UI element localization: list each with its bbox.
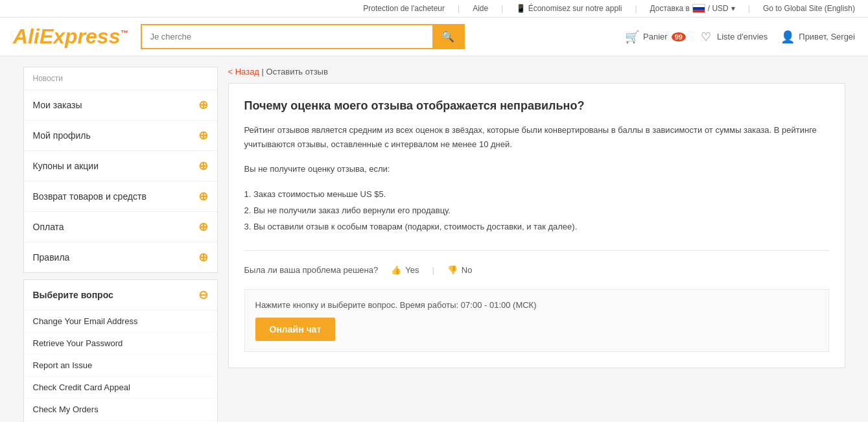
aide-link[interactable]: Aide (473, 4, 488, 13)
list-item: 3. Вы оставили отзыв к особым товарам (п… (244, 219, 829, 235)
breadcrumb-current: Оставить отзыв (266, 67, 328, 76)
expand-icon: ⊕ (198, 98, 208, 112)
feedback-question: Была ли ваша проблема решена? (244, 265, 379, 275)
chat-button[interactable]: Онлайн чат (255, 318, 336, 341)
header-actions: 🛒 Panier 99 ♡ Liste d'envies 👤 Привет, S… (625, 30, 855, 44)
sidebar-question-header[interactable]: Выберите вопрос ⊖ (24, 280, 217, 311)
list-item: 2. Вы не получили заказ либо вернули его… (244, 203, 829, 219)
expand-icon: ⊕ (198, 220, 208, 234)
sidebar-item-my-profile[interactable]: Мой профиль ⊕ (24, 121, 217, 151)
sidebar-item-label: Мои заказы (33, 100, 82, 110)
content-paragraph2: Вы не получите оценку отзыва, если: (244, 162, 829, 176)
sidebar-item-label: Оплата (33, 222, 64, 232)
expand-icon: ⊕ (198, 189, 208, 204)
sidebar-link-email[interactable]: Change Your Email Address (24, 311, 217, 333)
sidebar-item-payment[interactable]: Оплата ⊕ (24, 212, 217, 242)
wishlist-label: Liste d'envies (717, 32, 768, 41)
cart-count: 99 (672, 32, 686, 41)
chat-info: Нажмите кнопку и выберите вопрос. Время … (255, 300, 818, 310)
sidebar: Новости Мои заказы ⊕ Мой профиль ⊕ Купон… (23, 67, 218, 422)
yes-button[interactable]: 👍 Yes (388, 264, 421, 276)
breadcrumb-separator: | (262, 67, 264, 76)
chat-section: Нажмите кнопку и выберите вопрос. Время … (244, 289, 829, 352)
expand-icon: ⊕ (198, 128, 208, 143)
sidebar-item-label: Правила (33, 252, 70, 263)
feedback-btn-divider: | (432, 265, 434, 275)
thumbs-down-icon: 👎 (447, 265, 458, 275)
search-box: 🔍 (141, 24, 465, 49)
sidebar-item-my-orders[interactable]: Мои заказы ⊕ (24, 90, 217, 121)
collapse-icon: ⊖ (198, 288, 208, 302)
breadcrumb: < Назад | Оставить отзыв (228, 67, 845, 76)
sidebar-item-label: Мой профиль (33, 130, 91, 141)
buyer-protection-link[interactable]: Protection de l'acheteur (363, 4, 445, 13)
content-card: Почему оценка моего отзыва отображается … (228, 83, 845, 368)
cart-label: Panier (643, 32, 668, 41)
thumbs-up-icon: 👍 (391, 265, 401, 275)
feedback-row: Была ли ваша проблема решена? 👍 Yes | 👎 … (244, 264, 829, 276)
cart-icon: 🛒 (625, 30, 639, 44)
russia-flag (692, 4, 705, 13)
divider (244, 250, 829, 251)
global-site-link[interactable]: Go to Global Site (English) (763, 4, 855, 13)
expand-icon: ⊕ (198, 250, 208, 264)
content-area: < Назад | Оставить отзыв Почему оценка м… (228, 67, 845, 422)
back-link[interactable]: < Назад (228, 67, 259, 76)
sidebar-question-label: Выберите вопрос (33, 290, 113, 300)
search-input[interactable] (142, 25, 432, 48)
app-link[interactable]: 📱 Économisez sur notre appli (516, 4, 622, 13)
top-bar: Protection de l'acheteur | Aide | 📱 Écon… (0, 0, 868, 18)
sidebar-item-label: Возврат товаров и средств (33, 191, 147, 202)
content-paragraph1: Рейтинг отзывов является средним из всех… (244, 123, 829, 152)
no-label: No (462, 265, 473, 275)
user-action[interactable]: 👤 Привет, Sergei (780, 30, 855, 44)
search-button[interactable]: 🔍 (432, 25, 463, 48)
phone-icon: 📱 (516, 4, 526, 13)
sidebar-news-label: Новости (24, 67, 217, 90)
sidebar-question-section: Выберите вопрос ⊖ Change Your Email Addr… (23, 279, 218, 422)
sidebar-item-rules[interactable]: Правила ⊕ (24, 242, 217, 272)
user-greeting: Привет, Sergei (799, 32, 855, 41)
sidebar-nav: Новости Мои заказы ⊕ Мой профиль ⊕ Купон… (23, 67, 218, 273)
heart-icon: ♡ (699, 30, 713, 44)
sidebar-link-orders[interactable]: Check My Orders (24, 399, 217, 421)
logo-text-express: Express (40, 25, 121, 48)
expand-icon: ⊕ (198, 159, 208, 173)
sidebar-link-report[interactable]: Report an Issue (24, 355, 217, 377)
logo[interactable]: AliExpress™ (13, 25, 128, 49)
chevron-down-icon: ▾ (731, 4, 735, 13)
search-icon: 🔍 (441, 31, 454, 42)
user-icon: 👤 (780, 30, 795, 44)
logo-text: Ali (13, 25, 40, 48)
header: AliExpress™ 🔍 🛒 Panier 99 ♡ Liste d'envi… (0, 18, 868, 56)
sidebar-item-returns[interactable]: Возврат товаров и средств ⊕ (24, 182, 217, 212)
main-container: Новости Мои заказы ⊕ Мой профиль ⊕ Купон… (13, 56, 856, 422)
cart-action[interactable]: 🛒 Panier 99 (625, 30, 686, 44)
wishlist-action[interactable]: ♡ Liste d'envies (699, 30, 768, 44)
no-button[interactable]: 👎 No (445, 264, 475, 276)
content-list: 1. Заказ стоимостью меньше US $5. 2. Вы … (244, 187, 829, 235)
sidebar-item-label: Купоны и акции (33, 161, 99, 171)
delivery-country[interactable]: Доставка в / USD ▾ (650, 4, 735, 13)
content-title: Почему оценка моего отзыва отображается … (244, 99, 829, 113)
sidebar-link-password[interactable]: Retrieve Your Password (24, 333, 217, 355)
sidebar-link-credit[interactable]: Check Credit Card Appeal (24, 377, 217, 399)
yes-label: Yes (405, 265, 419, 275)
sidebar-item-coupons[interactable]: Купоны и акции ⊕ (24, 151, 217, 182)
list-item: 1. Заказ стоимостью меньше US $5. (244, 187, 829, 203)
